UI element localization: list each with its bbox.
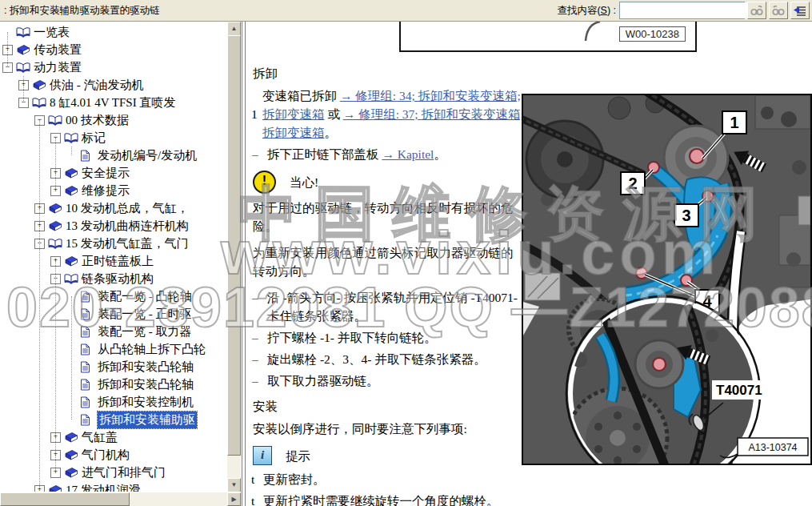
tree-item[interactable]: −动力装置 bbox=[0, 58, 226, 76]
document-icon bbox=[80, 396, 95, 408]
find-input[interactable] bbox=[620, 2, 749, 18]
tree-item[interactable]: +进气门和排气门 bbox=[0, 464, 226, 481]
tree-item[interactable]: +正时链盖板上 bbox=[0, 252, 226, 270]
content-text: 更新拧紧时需要继续旋转一个角度的螺栓。 bbox=[263, 494, 499, 506]
content-text: 安装 bbox=[253, 400, 278, 413]
tree-item[interactable]: −00 技术数据 bbox=[0, 111, 226, 129]
tree-item[interactable]: 装配一览 - 取力器 bbox=[0, 323, 226, 340]
tree-item-label[interactable]: 标记 bbox=[82, 131, 106, 146]
scroll-down-button[interactable]: ▼ bbox=[227, 478, 241, 492]
tree-item-label[interactable]: 进气门和排气门 bbox=[82, 465, 166, 480]
tree-item[interactable]: −标记 bbox=[0, 129, 226, 147]
find-previous-button[interactable] bbox=[769, 2, 788, 19]
tree-item[interactable]: +13 发动机曲柄连杆机构 bbox=[0, 217, 226, 235]
tree-item[interactable]: 拆卸和安装凸轮轴 bbox=[0, 358, 226, 375]
content-text: 旋出螺栓 -2、3、4- 并取下链条张紧器。 bbox=[267, 352, 486, 366]
bullet-text: 更新拧紧时需要继续旋转一个角度的螺栓。 bbox=[263, 492, 499, 506]
find-combobox[interactable]: ▼ bbox=[619, 2, 745, 19]
tree-item-label[interactable]: 装配一览 - 凸轮轴 bbox=[98, 289, 192, 304]
tree-item[interactable]: 装配一览 - 凸轮轴 bbox=[0, 287, 226, 305]
tree-item-label[interactable]: 10 发动机总成，气缸， bbox=[66, 201, 189, 216]
engine-illustration: 1 2 3 4 bbox=[523, 95, 810, 464]
tree-item-label[interactable]: 气门机构 bbox=[82, 448, 130, 463]
warning-icon: ! bbox=[253, 171, 276, 194]
book-closed-icon bbox=[32, 79, 47, 91]
tree-item-label[interactable]: 13 发动机曲柄连杆机构 bbox=[66, 219, 189, 234]
tree-item[interactable]: 拆卸和安装控制机 bbox=[0, 393, 226, 411]
tree-item-label[interactable]: 装配一览 - 正时驱 bbox=[98, 307, 192, 322]
tree-horizontal-scrollbar[interactable]: ▶ bbox=[0, 492, 242, 506]
document-icon bbox=[80, 343, 95, 355]
content-link[interactable]: → Kapitel bbox=[382, 147, 434, 161]
tree-item[interactable]: +传动装置 bbox=[0, 41, 226, 58]
tree-item[interactable]: −链条驱动机构 bbox=[0, 270, 226, 287]
binoculars-next-icon bbox=[750, 6, 763, 16]
tree-item-label[interactable]: 从凸轮轴上拆下凸轮 bbox=[98, 342, 206, 357]
manual-viewer-window: : 拆卸和安装辅助驱动装置的驱动链 查找内容(S) : ▼ bbox=[0, 0, 812, 506]
content-text: 更新密封。 bbox=[263, 472, 326, 486]
tree-item-label[interactable]: 装配一览 - 取力器 bbox=[98, 324, 192, 339]
tree-item-label[interactable]: 一览表 bbox=[34, 25, 70, 40]
tree-item[interactable]: +安全提示 bbox=[0, 164, 226, 182]
tree-item-label[interactable]: 维修提示 bbox=[82, 183, 130, 199]
tree-item[interactable]: −15 发动机气缸盖，气门 bbox=[0, 235, 226, 252]
tree-item[interactable]: 拆卸和安装凸轮轴 bbox=[0, 375, 226, 393]
tree-item-label[interactable]: 拆卸和安装控制机 bbox=[98, 395, 194, 410]
tree-item[interactable]: 装配一览 - 正时驱 bbox=[0, 305, 226, 323]
content-paragraph: 安装以倒序进行，同时要注意下列事项: bbox=[253, 420, 524, 438]
tree-item[interactable]: +17 发动机润滑 bbox=[0, 481, 226, 492]
tree-item-label[interactable]: 供油 - 汽油发动机 bbox=[50, 78, 144, 93]
tree-guide bbox=[39, 120, 40, 490]
content-heading: 安装 bbox=[253, 397, 524, 416]
book-closed-icon bbox=[64, 432, 79, 444]
tree-item-label[interactable]: 15 发动机气缸盖，气门 bbox=[66, 236, 189, 251]
scroll-right-button[interactable]: ▶ bbox=[227, 492, 241, 506]
tree-item-label[interactable]: 8 缸4.01 4V TFSI 直喷发 bbox=[50, 95, 175, 110]
tree-item-label[interactable]: 气缸盖 bbox=[82, 430, 118, 445]
tree-item-label[interactable]: 拆卸和安装辅助驱 bbox=[98, 412, 197, 428]
tree-item[interactable]: 一览表 bbox=[0, 23, 226, 41]
document-icon bbox=[80, 326, 95, 338]
tree-item-label[interactable]: 17 发动机润滑 bbox=[66, 483, 141, 492]
locate-in-contents-icon bbox=[794, 6, 806, 16]
tree-item-label[interactable]: 拆卸和安装凸轮轴 bbox=[98, 359, 194, 375]
book-closed-icon bbox=[48, 203, 63, 215]
book-closed-icon bbox=[64, 167, 79, 179]
tree-item[interactable]: +气门机构 bbox=[0, 446, 226, 464]
tree-item-label[interactable]: 传动装置 bbox=[34, 42, 82, 58]
tree-guide bbox=[55, 138, 56, 191]
tree-item[interactable]: +供油 - 汽油发动机 bbox=[0, 76, 226, 94]
tree-item-label[interactable]: 发动机编号/发动机 bbox=[98, 148, 197, 163]
tree-item[interactable]: 发动机编号/发动机 bbox=[0, 147, 226, 164]
scroll-up-button[interactable]: ▲ bbox=[227, 22, 241, 36]
document-icon bbox=[80, 150, 95, 162]
vertical-scroll-thumb[interactable] bbox=[227, 35, 241, 456]
page-title: : 拆卸和安装辅助驱动装置的驱动链 bbox=[0, 4, 557, 18]
tree-item-label[interactable]: 拆卸和安装凸轮轴 bbox=[98, 377, 194, 392]
locate-topic-button[interactable] bbox=[790, 2, 810, 19]
document-icon bbox=[80, 291, 95, 303]
tree-item-label[interactable]: 安全提示 bbox=[82, 166, 130, 181]
tree-item[interactable]: 拆卸和安装辅助驱 bbox=[0, 411, 226, 428]
book-closed-icon bbox=[64, 449, 79, 461]
tree-item[interactable]: 从凸轮轴上拆下凸轮 bbox=[0, 340, 226, 358]
tree-item-label[interactable]: 链条驱动机构 bbox=[82, 271, 154, 287]
find-next-button[interactable] bbox=[747, 2, 766, 19]
book-open-icon bbox=[64, 132, 79, 144]
tree-item-label[interactable]: 动力装置 bbox=[34, 60, 82, 75]
tree-vertical-scrollbar[interactable]: ▲ ▼ bbox=[227, 22, 241, 491]
tree-item[interactable]: +气缸盖 bbox=[0, 428, 226, 446]
tree-item-label[interactable]: 00 技术数据 bbox=[66, 113, 129, 128]
horizontal-scroll-thumb[interactable] bbox=[0, 492, 130, 506]
content-text: 。 bbox=[434, 147, 446, 161]
tree-item[interactable]: +10 发动机总成，气缸， bbox=[0, 199, 226, 217]
info-icon: i bbox=[253, 446, 272, 465]
book-open-icon bbox=[64, 273, 79, 285]
note-title: 提示 bbox=[286, 447, 310, 465]
tree-item-label[interactable]: 正时链盖板上 bbox=[82, 254, 154, 269]
dash-bullet: – bbox=[251, 145, 267, 163]
tree-item[interactable]: −8 缸4.01 4V TFSI 直喷发 bbox=[0, 94, 226, 111]
step-text: 取下取力器驱动链。 bbox=[267, 371, 379, 390]
tree-item[interactable]: +维修提示 bbox=[0, 182, 226, 199]
tree-guide bbox=[7, 32, 8, 67]
